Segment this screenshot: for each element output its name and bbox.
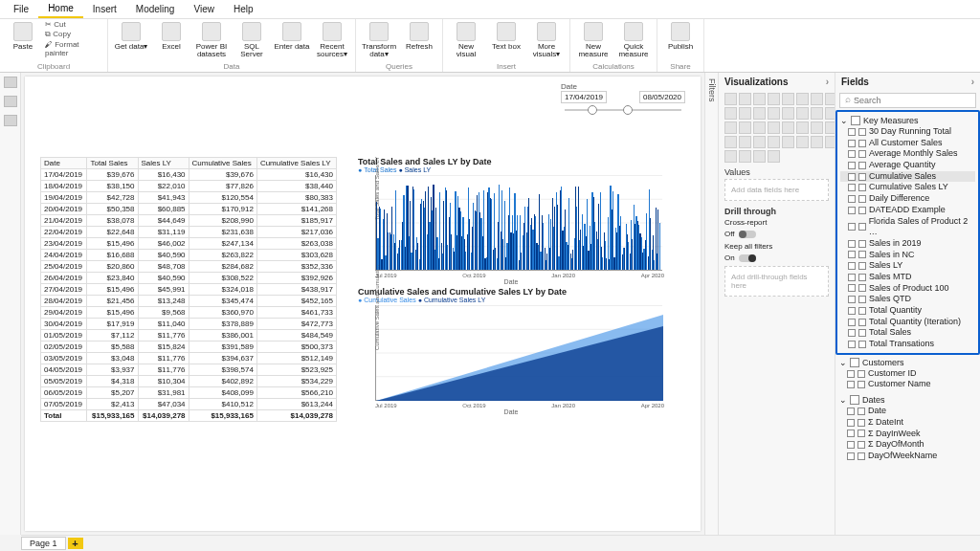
viz-type-21[interactable] xyxy=(796,121,809,134)
ribbon-recent-sources-[interactable]: Recent sources▾ xyxy=(314,20,350,58)
field-30-day-running-total[interactable]: 30 Day Running Total xyxy=(840,126,975,138)
format-painter-button[interactable]: 🖌 Format painter xyxy=(45,40,102,57)
viz-type-1[interactable] xyxy=(739,93,751,105)
table-row[interactable]: 30/04/2019$17,919$11,040$378,889$472,773 xyxy=(41,319,337,330)
date-slicer[interactable]: Date 17/04/2019 08/05/2020 xyxy=(561,82,685,117)
viz-type-9[interactable] xyxy=(739,107,751,120)
table-row[interactable]: 01/05/2019$7,112$11,776$386,001$484,549 xyxy=(41,330,337,342)
cross-report-toggle[interactable]: Off xyxy=(724,230,829,238)
copy-button[interactable]: ⧉ Copy xyxy=(45,30,102,39)
slicer-from[interactable]: 17/04/2019 xyxy=(561,91,607,103)
report-canvas[interactable]: Date 17/04/2019 08/05/2020 DateTotal Sal… xyxy=(25,77,701,531)
viz-type-3[interactable] xyxy=(768,93,780,105)
cut-button[interactable]: ✂ Cut xyxy=(45,20,102,29)
viz-type-22[interactable] xyxy=(811,121,823,134)
menu-file[interactable]: File xyxy=(4,1,38,17)
viz-type-26[interactable] xyxy=(753,136,766,148)
add-page-button[interactable]: + xyxy=(68,538,83,549)
field-dayofweekname[interactable]: DayOfWeekName xyxy=(839,451,976,462)
viz-type-19[interactable] xyxy=(768,121,780,134)
field-customer-name[interactable]: Customer Name xyxy=(839,379,976,390)
menu-home[interactable]: Home xyxy=(38,0,83,18)
field-customer-id[interactable]: Customer ID xyxy=(839,368,976,380)
ribbon-refresh[interactable]: Refresh xyxy=(401,20,437,51)
field-sales-qtd[interactable]: Sales QTD xyxy=(840,294,975,305)
field-total-transations[interactable]: Total Transations xyxy=(840,339,975,350)
slicer-track[interactable] xyxy=(565,109,681,111)
viz-type-4[interactable] xyxy=(782,93,794,105)
chevron-right-icon[interactable]: › xyxy=(971,77,974,87)
menu-insert[interactable]: Insert xyxy=(83,1,126,17)
field-dateadd-example[interactable]: DATEADD Example xyxy=(840,205,975,216)
table-row[interactable]: 07/05/2019$2,413$47,034$410,512$613,244 xyxy=(41,399,337,410)
field-sales-mtd[interactable]: Sales MTD xyxy=(840,272,975,283)
table-row[interactable]: 19/04/2019$42,728$41,943$120,554$80,383 xyxy=(41,192,337,204)
viz-type-34[interactable] xyxy=(753,150,766,163)
table-row[interactable]: 18/04/2019$38,150$22,010$77,826$38,440 xyxy=(41,181,337,192)
table-row[interactable]: 25/04/2019$20,860$48,708$284,682$352,336 xyxy=(41,261,337,273)
ribbon-get-data-[interactable]: Get data▾ xyxy=(113,20,149,51)
data-view-icon[interactable] xyxy=(4,96,17,107)
field-dayinweek[interactable]: Σ DayInWeek xyxy=(839,429,976,440)
ribbon-transform-data-[interactable]: Transform data▾ xyxy=(361,20,397,58)
chart-total-sales[interactable]: Total Sales and Sales LY by Date Total S… xyxy=(358,157,664,285)
viz-type-28[interactable] xyxy=(782,136,794,148)
field-table-key-measures[interactable]: ⌄Key Measures xyxy=(840,115,975,126)
field-average-monthly-sales[interactable]: Average Monthly Sales xyxy=(840,148,975,160)
table-row[interactable]: 21/04/2019$38,078$44,649$208,990$185,917 xyxy=(41,215,337,227)
field-sales-of-product-100[interactable]: Sales of Product 100 xyxy=(840,283,975,295)
ribbon-text-box[interactable]: Text box xyxy=(488,20,524,51)
viz-type-20[interactable] xyxy=(782,121,794,134)
field-table-dates[interactable]: ⌄Dates xyxy=(839,394,976,406)
viz-type-6[interactable] xyxy=(811,93,823,105)
viz-type-12[interactable] xyxy=(782,107,794,120)
field-all-customer-sales[interactable]: All Customer Sales xyxy=(840,138,975,149)
viz-type-30[interactable] xyxy=(811,136,823,148)
viz-type-13[interactable] xyxy=(796,107,809,120)
viz-type-17[interactable] xyxy=(739,121,751,134)
field-sales-ly[interactable]: Sales LY xyxy=(840,260,975,272)
slicer-to[interactable]: 08/05/2020 xyxy=(639,91,685,103)
menu-help[interactable]: Help xyxy=(224,1,263,17)
chevron-right-icon[interactable]: › xyxy=(826,77,829,87)
field-florida-sales-of-product-2-[interactable]: Florida Sales of Product 2 … xyxy=(840,216,975,238)
viz-type-5[interactable] xyxy=(796,93,809,105)
table-row[interactable]: 28/04/2019$21,456$13,248$345,474$452,165 xyxy=(41,296,337,307)
viz-type-14[interactable] xyxy=(811,107,823,120)
field-dayofmonth[interactable]: Σ DayOfMonth xyxy=(839,439,976,451)
viz-type-11[interactable] xyxy=(768,107,780,120)
table-row[interactable]: 04/05/2019$3,937$11,776$398,574$523,925 xyxy=(41,364,337,376)
values-well[interactable]: Add data fields here xyxy=(724,179,829,201)
viz-type-2[interactable] xyxy=(753,93,766,105)
keep-filters-toggle[interactable]: On xyxy=(724,253,829,262)
field-total-quantity-iteration-[interactable]: Total Quantity (Iteration) xyxy=(840,317,975,328)
viz-type-27[interactable] xyxy=(768,136,780,148)
table-row[interactable]: 06/05/2019$5,207$31,981$408,099$566,210 xyxy=(41,387,337,399)
viz-type-10[interactable] xyxy=(753,107,766,120)
table-row[interactable]: 24/04/2019$16,688$40,590$263,822$303,628 xyxy=(41,250,337,261)
fields-search-input[interactable] xyxy=(839,93,976,108)
table-row[interactable]: 26/04/2019$23,840$40,590$308,522$392,926 xyxy=(41,273,337,284)
field-cumulative-sales[interactable]: Cumulative Sales xyxy=(840,171,975,183)
page-tab[interactable]: Page 1 xyxy=(21,537,66,550)
table-row[interactable]: 05/05/2019$4,318$10,304$402,892$534,229 xyxy=(41,376,337,387)
model-view-icon[interactable] xyxy=(4,115,17,126)
ribbon-enter-data[interactable]: Enter data xyxy=(274,20,310,51)
viz-type-25[interactable] xyxy=(739,136,751,148)
paste-button[interactable]: Paste xyxy=(5,20,41,51)
field-date[interactable]: Date xyxy=(839,406,976,417)
menu-modeling[interactable]: Modeling xyxy=(126,1,185,17)
filters-pane-collapsed[interactable]: Filters xyxy=(704,73,718,535)
viz-type-24[interactable] xyxy=(724,136,737,148)
field-table-customers[interactable]: ⌄Customers xyxy=(839,357,976,368)
viz-type-35[interactable] xyxy=(768,150,780,163)
viz-type-32[interactable] xyxy=(724,150,737,163)
ribbon-new-visual[interactable]: New visual xyxy=(448,20,484,58)
table-row[interactable]: 03/05/2019$3,048$11,776$394,637$512,149 xyxy=(41,353,337,364)
viz-type-29[interactable] xyxy=(796,136,809,148)
table-row[interactable]: 02/05/2019$5,588$15,824$391,589$500,373 xyxy=(41,342,337,353)
table-row[interactable]: 17/04/2019$39,676$16,430$39,676$16,430 xyxy=(41,169,337,181)
table-row[interactable]: 23/04/2019$15,496$46,002$247,134$263,038 xyxy=(41,238,337,250)
field-total-sales[interactable]: Total Sales xyxy=(840,327,975,339)
ribbon-more-visuals-[interactable]: More visuals▾ xyxy=(528,20,565,58)
